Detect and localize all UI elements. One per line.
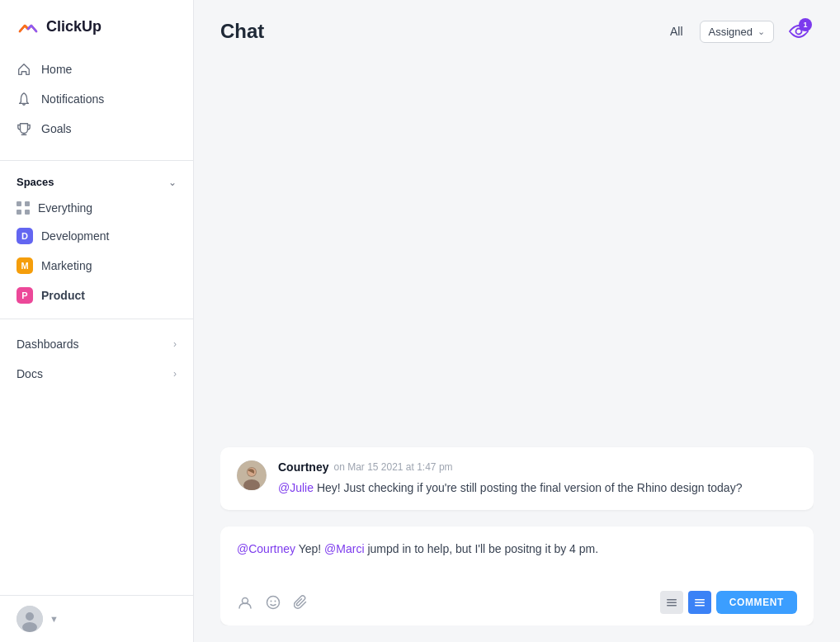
chevron-right-icon-2: › <box>173 368 177 380</box>
sidebar-item-dashboards[interactable]: Dashboards › <box>0 329 193 359</box>
user-icon <box>238 595 252 610</box>
reply-toolbar: COMMENT <box>237 591 797 614</box>
message-body-courtney: Courtney on Mar 15 2021 at 1:47 pm @Juli… <box>278 460 797 497</box>
sidebar-item-everything[interactable]: Everything <box>0 195 193 221</box>
sidebar-item-docs[interactable]: Docs › <box>0 359 193 389</box>
message-author: Courtney <box>278 460 328 474</box>
reply-box[interactable]: @Courtney Yep! @Marci jumpd in to help, … <box>220 526 814 625</box>
format-btn-1[interactable] <box>660 591 683 614</box>
message-time: on Mar 15 2021 at 1:47 pm <box>333 461 452 473</box>
format-btn-2[interactable] <box>688 591 711 614</box>
main-content: Chat All Assigned ⌄ 1 <box>194 0 840 642</box>
svg-point-1 <box>26 612 34 621</box>
svg-rect-16 <box>695 602 705 604</box>
mention-julie: @Julie <box>278 481 314 494</box>
trophy-icon <box>17 121 31 136</box>
header-actions: All Assigned ⌄ 1 <box>663 17 814 46</box>
spaces-list: Everything D Development M Marketing P P… <box>0 193 193 312</box>
reply-right-actions: COMMENT <box>660 591 797 614</box>
svg-rect-13 <box>667 602 677 604</box>
home-icon <box>17 62 31 77</box>
reply-text: @Courtney Yep! @Marci jumpd in to help, … <box>237 540 797 579</box>
sidebar: ClickUp Home Notifications Goals <box>0 0 194 642</box>
svg-rect-14 <box>667 605 677 607</box>
product-badge-icon: P <box>17 287 33 304</box>
sidebar-item-notifications[interactable]: Notifications <box>0 84 193 114</box>
assigned-dropdown[interactable]: Assigned ⌄ <box>700 21 774 43</box>
logo-area[interactable]: ClickUp <box>0 0 193 51</box>
eye-badge-count: 1 <box>799 18 812 31</box>
emoji-icon <box>266 595 281 610</box>
clickup-logo-icon <box>17 15 40 38</box>
user-avatar <box>17 606 43 632</box>
logo-text: ClickUp <box>46 18 101 35</box>
sidebar-item-product[interactable]: P Product <box>0 281 193 310</box>
user-icon-btn[interactable] <box>237 594 253 611</box>
spaces-header[interactable]: Spaces ⌄ <box>0 168 193 193</box>
svg-point-11 <box>275 601 276 602</box>
sidebar-item-marketing[interactable]: M Marketing <box>0 251 193 281</box>
bell-icon <box>17 92 31 106</box>
marketing-badge-icon: M <box>17 257 33 274</box>
list-icon <box>667 598 677 607</box>
svg-point-9 <box>267 597 280 609</box>
emoji-icon-btn[interactable] <box>265 594 281 611</box>
svg-point-10 <box>271 601 272 602</box>
svg-rect-15 <box>695 599 705 601</box>
chevron-right-icon: › <box>173 338 177 350</box>
sidebar-item-development[interactable]: D Development <box>0 221 193 251</box>
chat-content: Courtney on Mar 15 2021 at 1:47 pm @Juli… <box>194 59 840 642</box>
tab-all[interactable]: All <box>663 21 690 41</box>
mention-courtney: @Courtney <box>237 542 295 555</box>
page-title: Chat <box>220 20 663 43</box>
svg-rect-12 <box>667 599 677 601</box>
message-meta-courtney: Courtney on Mar 15 2021 at 1:47 pm <box>278 460 797 474</box>
other-sections: Dashboards › Docs › <box>0 326 193 392</box>
dropdown-chevron-icon: ⌄ <box>757 26 765 37</box>
sidebar-item-goals[interactable]: Goals <box>0 114 193 144</box>
svg-point-2 <box>22 622 37 632</box>
svg-rect-17 <box>695 605 705 607</box>
courtney-avatar <box>237 460 267 490</box>
divider-1 <box>0 160 193 161</box>
everything-dots-icon <box>17 201 30 215</box>
mention-marci: @Marci <box>324 542 364 555</box>
main-nav: Home Notifications Goals <box>0 51 193 153</box>
reply-icons <box>237 594 309 611</box>
paperclip-icon <box>294 595 309 610</box>
list-icon-white <box>695 598 705 607</box>
sidebar-item-home[interactable]: Home <box>0 54 193 84</box>
user-chevron-icon: ▼ <box>50 614 59 624</box>
message-card-courtney: Courtney on Mar 15 2021 at 1:47 pm @Juli… <box>220 447 814 510</box>
attach-icon-btn[interactable] <box>293 594 309 611</box>
development-badge-icon: D <box>17 228 33 244</box>
spaces-title: Spaces <box>17 176 54 188</box>
chevron-down-icon: ⌄ <box>168 177 177 188</box>
comment-button[interactable]: COMMENT <box>716 591 797 614</box>
page-header: Chat All Assigned ⌄ 1 <box>194 0 840 59</box>
message-text-courtney: @Julie Hey! Just checking if you're stil… <box>278 479 797 497</box>
message-thread: Courtney on Mar 15 2021 at 1:47 pm @Juli… <box>220 59 814 625</box>
eye-badge-button[interactable]: 1 <box>784 17 814 46</box>
sidebar-footer[interactable]: ▼ <box>0 595 193 642</box>
divider-2 <box>0 319 193 319</box>
